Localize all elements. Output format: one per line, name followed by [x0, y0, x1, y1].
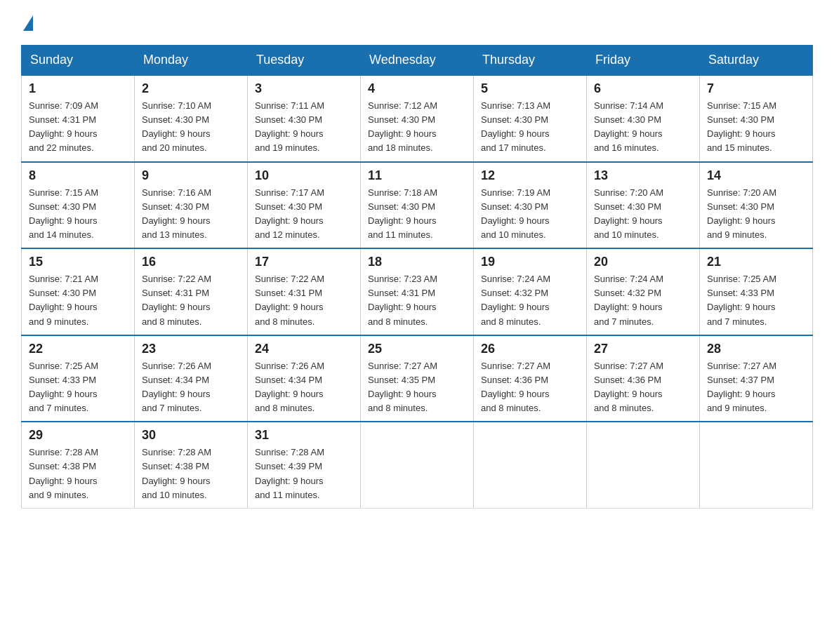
day-number: 27 — [594, 342, 692, 356]
calendar-week-row: 22Sunrise: 7:25 AMSunset: 4:33 PMDayligh… — [22, 335, 813, 422]
weekday-header-tuesday: Tuesday — [248, 46, 361, 76]
calendar-cell: 24Sunrise: 7:26 AMSunset: 4:34 PMDayligh… — [248, 335, 361, 422]
day-info: Sunrise: 7:24 AMSunset: 4:32 PMDaylight:… — [481, 272, 579, 329]
calendar-cell: 3Sunrise: 7:11 AMSunset: 4:30 PMDaylight… — [248, 75, 361, 162]
day-number: 21 — [707, 255, 805, 269]
day-info: Sunrise: 7:16 AMSunset: 4:30 PMDaylight:… — [142, 186, 240, 243]
day-info: Sunrise: 7:11 AMSunset: 4:30 PMDaylight:… — [255, 99, 353, 156]
day-number: 11 — [368, 168, 466, 183]
logo — [21, 14, 33, 31]
day-number: 28 — [707, 342, 805, 356]
calendar-cell: 9Sunrise: 7:16 AMSunset: 4:30 PMDaylight… — [135, 162, 248, 249]
calendar-cell: 30Sunrise: 7:28 AMSunset: 4:38 PMDayligh… — [135, 422, 248, 508]
day-number: 1 — [29, 81, 127, 96]
day-number: 24 — [255, 342, 353, 356]
calendar-cell: 29Sunrise: 7:28 AMSunset: 4:38 PMDayligh… — [22, 422, 135, 508]
calendar-cell: 16Sunrise: 7:22 AMSunset: 4:31 PMDayligh… — [135, 248, 248, 335]
calendar-cell: 15Sunrise: 7:21 AMSunset: 4:30 PMDayligh… — [22, 248, 135, 335]
calendar-cell — [700, 422, 813, 508]
calendar-cell: 6Sunrise: 7:14 AMSunset: 4:30 PMDaylight… — [587, 75, 700, 162]
day-info: Sunrise: 7:18 AMSunset: 4:30 PMDaylight:… — [368, 186, 466, 243]
day-number: 10 — [255, 168, 353, 183]
page-header — [21, 14, 813, 31]
day-number: 15 — [29, 255, 127, 269]
day-info: Sunrise: 7:27 AMSunset: 4:37 PMDaylight:… — [707, 359, 805, 416]
day-info: Sunrise: 7:10 AMSunset: 4:30 PMDaylight:… — [142, 99, 240, 156]
day-info: Sunrise: 7:27 AMSunset: 4:36 PMDaylight:… — [594, 359, 692, 416]
calendar-cell: 20Sunrise: 7:24 AMSunset: 4:32 PMDayligh… — [587, 248, 700, 335]
day-info: Sunrise: 7:28 AMSunset: 4:38 PMDaylight:… — [142, 445, 240, 502]
day-info: Sunrise: 7:22 AMSunset: 4:31 PMDaylight:… — [142, 272, 240, 329]
day-info: Sunrise: 7:12 AMSunset: 4:30 PMDaylight:… — [368, 99, 466, 156]
day-number: 16 — [142, 255, 240, 269]
weekday-header-sunday: Sunday — [22, 46, 135, 76]
calendar-week-row: 29Sunrise: 7:28 AMSunset: 4:38 PMDayligh… — [22, 422, 813, 508]
calendar-week-row: 1Sunrise: 7:09 AMSunset: 4:31 PMDaylight… — [22, 75, 813, 162]
day-info: Sunrise: 7:17 AMSunset: 4:30 PMDaylight:… — [255, 186, 353, 243]
day-number: 26 — [481, 342, 579, 356]
weekday-header-thursday: Thursday — [474, 46, 587, 76]
day-number: 22 — [29, 342, 127, 356]
day-info: Sunrise: 7:27 AMSunset: 4:36 PMDaylight:… — [481, 359, 579, 416]
day-number: 3 — [255, 81, 353, 96]
calendar-cell: 19Sunrise: 7:24 AMSunset: 4:32 PMDayligh… — [474, 248, 587, 335]
day-number: 20 — [594, 255, 692, 269]
calendar-cell: 12Sunrise: 7:19 AMSunset: 4:30 PMDayligh… — [474, 162, 587, 249]
calendar-cell: 21Sunrise: 7:25 AMSunset: 4:33 PMDayligh… — [700, 248, 813, 335]
day-number: 25 — [368, 342, 466, 356]
day-number: 6 — [594, 81, 692, 96]
day-number: 31 — [255, 428, 353, 443]
day-info: Sunrise: 7:09 AMSunset: 4:31 PMDaylight:… — [29, 99, 127, 156]
day-info: Sunrise: 7:26 AMSunset: 4:34 PMDaylight:… — [142, 359, 240, 416]
calendar-cell: 25Sunrise: 7:27 AMSunset: 4:35 PMDayligh… — [361, 335, 474, 422]
calendar-cell: 13Sunrise: 7:20 AMSunset: 4:30 PMDayligh… — [587, 162, 700, 249]
calendar-cell: 10Sunrise: 7:17 AMSunset: 4:30 PMDayligh… — [248, 162, 361, 249]
day-info: Sunrise: 7:20 AMSunset: 4:30 PMDaylight:… — [594, 186, 692, 243]
calendar-cell: 4Sunrise: 7:12 AMSunset: 4:30 PMDaylight… — [361, 75, 474, 162]
calendar-cell: 17Sunrise: 7:22 AMSunset: 4:31 PMDayligh… — [248, 248, 361, 335]
day-number: 18 — [368, 255, 466, 269]
day-info: Sunrise: 7:25 AMSunset: 4:33 PMDaylight:… — [707, 272, 805, 329]
day-number: 8 — [29, 168, 127, 183]
calendar-cell: 26Sunrise: 7:27 AMSunset: 4:36 PMDayligh… — [474, 335, 587, 422]
calendar-week-row: 8Sunrise: 7:15 AMSunset: 4:30 PMDaylight… — [22, 162, 813, 249]
calendar-cell: 28Sunrise: 7:27 AMSunset: 4:37 PMDayligh… — [700, 335, 813, 422]
day-number: 19 — [481, 255, 579, 269]
calendar-cell: 27Sunrise: 7:27 AMSunset: 4:36 PMDayligh… — [587, 335, 700, 422]
day-number: 12 — [481, 168, 579, 183]
day-number: 9 — [142, 168, 240, 183]
logo-triangle-icon — [23, 15, 33, 31]
day-number: 30 — [142, 428, 240, 443]
day-info: Sunrise: 7:23 AMSunset: 4:31 PMDaylight:… — [368, 272, 466, 329]
calendar-cell: 8Sunrise: 7:15 AMSunset: 4:30 PMDaylight… — [22, 162, 135, 249]
day-number: 17 — [255, 255, 353, 269]
calendar-cell — [587, 422, 700, 508]
day-number: 7 — [707, 81, 805, 96]
calendar-cell: 31Sunrise: 7:28 AMSunset: 4:39 PMDayligh… — [248, 422, 361, 508]
calendar-cell: 22Sunrise: 7:25 AMSunset: 4:33 PMDayligh… — [22, 335, 135, 422]
weekday-header-row: SundayMondayTuesdayWednesdayThursdayFrid… — [22, 46, 813, 76]
calendar-cell: 7Sunrise: 7:15 AMSunset: 4:30 PMDaylight… — [700, 75, 813, 162]
calendar-cell: 5Sunrise: 7:13 AMSunset: 4:30 PMDaylight… — [474, 75, 587, 162]
day-number: 4 — [368, 81, 466, 96]
day-info: Sunrise: 7:28 AMSunset: 4:38 PMDaylight:… — [29, 445, 127, 502]
day-info: Sunrise: 7:22 AMSunset: 4:31 PMDaylight:… — [255, 272, 353, 329]
calendar-table: SundayMondayTuesdayWednesdayThursdayFrid… — [21, 45, 813, 509]
day-info: Sunrise: 7:15 AMSunset: 4:30 PMDaylight:… — [29, 186, 127, 243]
calendar-week-row: 15Sunrise: 7:21 AMSunset: 4:30 PMDayligh… — [22, 248, 813, 335]
weekday-header-wednesday: Wednesday — [361, 46, 474, 76]
calendar-cell — [361, 422, 474, 508]
day-info: Sunrise: 7:15 AMSunset: 4:30 PMDaylight:… — [707, 99, 805, 156]
day-number: 23 — [142, 342, 240, 356]
day-info: Sunrise: 7:13 AMSunset: 4:30 PMDaylight:… — [481, 99, 579, 156]
calendar-cell: 2Sunrise: 7:10 AMSunset: 4:30 PMDaylight… — [135, 75, 248, 162]
day-info: Sunrise: 7:24 AMSunset: 4:32 PMDaylight:… — [594, 272, 692, 329]
day-number: 5 — [481, 81, 579, 96]
day-info: Sunrise: 7:14 AMSunset: 4:30 PMDaylight:… — [594, 99, 692, 156]
calendar-cell: 14Sunrise: 7:20 AMSunset: 4:30 PMDayligh… — [700, 162, 813, 249]
calendar-cell — [474, 422, 587, 508]
day-info: Sunrise: 7:26 AMSunset: 4:34 PMDaylight:… — [255, 359, 353, 416]
day-number: 13 — [594, 168, 692, 183]
day-number: 2 — [142, 81, 240, 96]
day-number: 14 — [707, 168, 805, 183]
